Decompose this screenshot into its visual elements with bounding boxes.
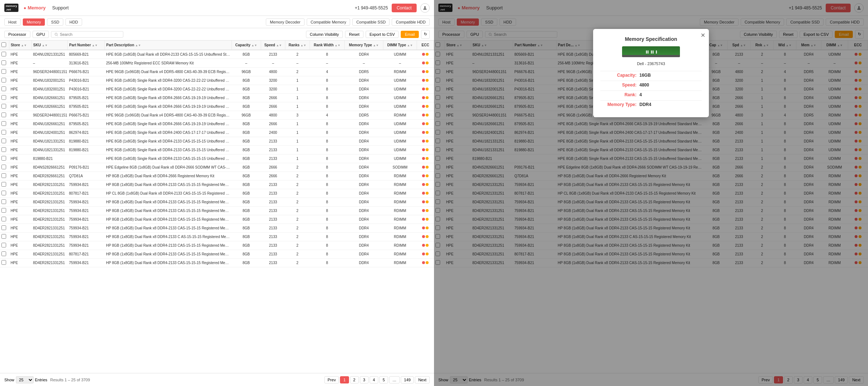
nav-support-left[interactable]: Support — [51, 4, 70, 11]
action-dot-orange[interactable] — [426, 105, 429, 108]
action-dot-red[interactable] — [422, 79, 425, 82]
compatible-memory-btn-left[interactable]: Compatible Memory — [307, 18, 350, 26]
th-width-left[interactable]: Rank Width ▲▼ — [310, 41, 345, 50]
next-btn-left[interactable]: Next — [415, 376, 430, 383]
action-dot-red[interactable] — [422, 166, 425, 169]
action-dot-red[interactable] — [422, 192, 425, 195]
ssd-btn-left[interactable]: SSD — [47, 18, 63, 26]
th-speed-left[interactable]: Speed ▲▼ — [261, 41, 285, 50]
row-checkbox[interactable] — [1, 52, 6, 56]
action-dot-orange[interactable] — [426, 131, 429, 134]
action-dot-red[interactable] — [422, 53, 425, 56]
action-dot-red[interactable] — [422, 183, 425, 186]
row-checkbox[interactable] — [1, 147, 6, 152]
row-checkbox[interactable] — [1, 86, 6, 91]
hdd-btn-left[interactable]: HDD — [65, 18, 82, 26]
th-desc-left[interactable]: Part Description ▲▼ — [105, 41, 231, 50]
page-ellipsis-left[interactable]: … — [389, 376, 400, 383]
action-dot-red[interactable] — [422, 200, 425, 203]
action-dot-red[interactable] — [422, 131, 425, 134]
action-dot-red[interactable] — [422, 218, 425, 221]
action-dot-red[interactable] — [422, 96, 425, 99]
contact-button-left[interactable]: Contact — [392, 4, 417, 12]
action-dot-red[interactable] — [422, 122, 425, 125]
action-dot-orange[interactable] — [426, 148, 429, 151]
action-dot-orange[interactable] — [426, 140, 429, 143]
row-checkbox[interactable] — [1, 251, 6, 256]
page-2-left[interactable]: 2 — [350, 376, 359, 383]
action-dot-orange[interactable] — [426, 218, 429, 221]
action-dot-orange[interactable] — [426, 61, 429, 64]
action-dot-red[interactable] — [422, 235, 425, 238]
row-checkbox[interactable] — [1, 69, 6, 74]
action-dot-red[interactable] — [422, 105, 425, 108]
th-sku-left[interactable]: SKU ▲▼ — [31, 41, 67, 50]
prev-btn-left[interactable]: Prev — [324, 376, 339, 383]
action-dot-orange[interactable] — [426, 192, 429, 195]
action-dot-orange[interactable] — [426, 70, 429, 73]
select-all-checkbox-left[interactable] — [1, 42, 6, 47]
action-dot-red[interactable] — [422, 174, 425, 177]
action-dot-red[interactable] — [422, 140, 425, 143]
action-dot-orange[interactable] — [426, 53, 429, 56]
row-checkbox[interactable] — [1, 165, 6, 169]
th-dimm-left[interactable]: Memory Type ▲▼ — [345, 41, 383, 50]
action-dot-red[interactable] — [422, 261, 425, 264]
compatible-hdd-btn-left[interactable]: Compatible HDD — [392, 18, 430, 26]
action-dot-orange[interactable] — [426, 79, 429, 82]
row-checkbox[interactable] — [1, 95, 6, 100]
memory-btn-left[interactable]: Memory — [23, 18, 45, 26]
refresh-btn-left[interactable]: ↻ — [421, 30, 430, 39]
row-checkbox[interactable] — [1, 78, 6, 82]
action-dot-orange[interactable] — [426, 122, 429, 125]
action-dot-red[interactable] — [422, 61, 425, 64]
th-part-left[interactable]: Part Number ▲▼ — [68, 41, 105, 50]
row-checkbox[interactable] — [1, 182, 6, 187]
action-dot-red[interactable] — [422, 148, 425, 151]
row-checkbox[interactable] — [1, 260, 6, 265]
reset-btn-left[interactable]: Reset — [345, 31, 363, 38]
memory-decoder-btn-left[interactable]: Memory Decoder — [266, 18, 304, 26]
compatible-ssd-btn-left[interactable]: Compatible SSD — [352, 18, 390, 26]
host-btn-left[interactable]: Host — [4, 18, 21, 26]
row-checkbox[interactable] — [1, 199, 6, 204]
action-dot-orange[interactable] — [426, 88, 429, 90]
row-checkbox[interactable] — [1, 225, 6, 230]
action-dot-orange[interactable] — [426, 166, 429, 169]
search-input-left[interactable] — [60, 32, 120, 37]
modal-overlay[interactable]: ✕ Memory Specification ▐ ▌ ▐ ▌ ▐ Dell - … — [434, 0, 868, 386]
page-4-left[interactable]: 4 — [370, 376, 378, 383]
show-select-left[interactable]: 2550100 — [16, 376, 34, 383]
user-icon-left[interactable] — [420, 3, 430, 13]
page-5-left[interactable]: 5 — [379, 376, 388, 383]
export-csv-btn-left[interactable]: Export to CSV — [366, 31, 399, 38]
action-dot-orange[interactable] — [426, 261, 429, 264]
row-checkbox[interactable] — [1, 208, 6, 213]
row-checkbox[interactable] — [1, 173, 6, 178]
row-checkbox[interactable] — [1, 104, 6, 109]
row-checkbox[interactable] — [1, 121, 6, 126]
row-checkbox[interactable] — [1, 243, 6, 247]
action-dot-red[interactable] — [422, 70, 425, 73]
action-dot-orange[interactable] — [426, 209, 429, 212]
row-checkbox[interactable] — [1, 139, 6, 143]
action-dot-red[interactable] — [422, 209, 425, 212]
th-cap-left[interactable]: Capacity ▲▼ — [231, 41, 261, 50]
row-checkbox[interactable] — [1, 130, 6, 135]
action-dot-red[interactable] — [422, 88, 425, 90]
action-dot-orange[interactable] — [426, 235, 429, 238]
action-dot-orange[interactable] — [426, 96, 429, 99]
gpu-btn-left[interactable]: GPU — [33, 31, 49, 38]
row-checkbox[interactable] — [1, 60, 6, 65]
th-ecc2-left[interactable]: ECC — [417, 41, 434, 50]
row-checkbox[interactable] — [1, 191, 6, 195]
nav-memory-left[interactable]: ● Memory — [22, 4, 47, 11]
row-checkbox[interactable] — [1, 234, 6, 239]
th-rank-left[interactable]: Ranks ▲▼ — [285, 41, 310, 50]
action-dot-orange[interactable] — [426, 244, 429, 247]
action-dot-orange[interactable] — [426, 157, 429, 160]
modal-close-btn[interactable]: ✕ — [701, 32, 705, 39]
action-dot-red[interactable] — [422, 114, 425, 116]
action-dot-red[interactable] — [422, 244, 425, 247]
column-visibility-btn-left[interactable]: Column Visibility — [306, 31, 343, 38]
